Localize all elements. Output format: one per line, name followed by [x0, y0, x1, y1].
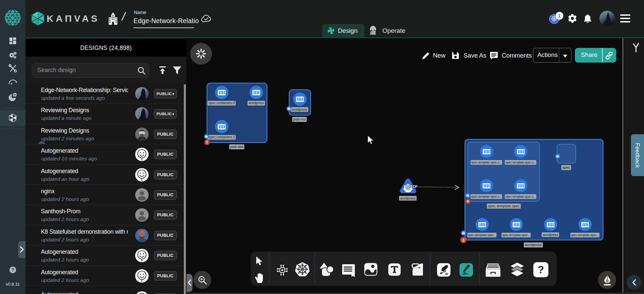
svg-text:?: ? — [11, 267, 14, 273]
svg-text:?: ? — [538, 264, 544, 276]
svg-text:1: 1 — [558, 13, 561, 18]
